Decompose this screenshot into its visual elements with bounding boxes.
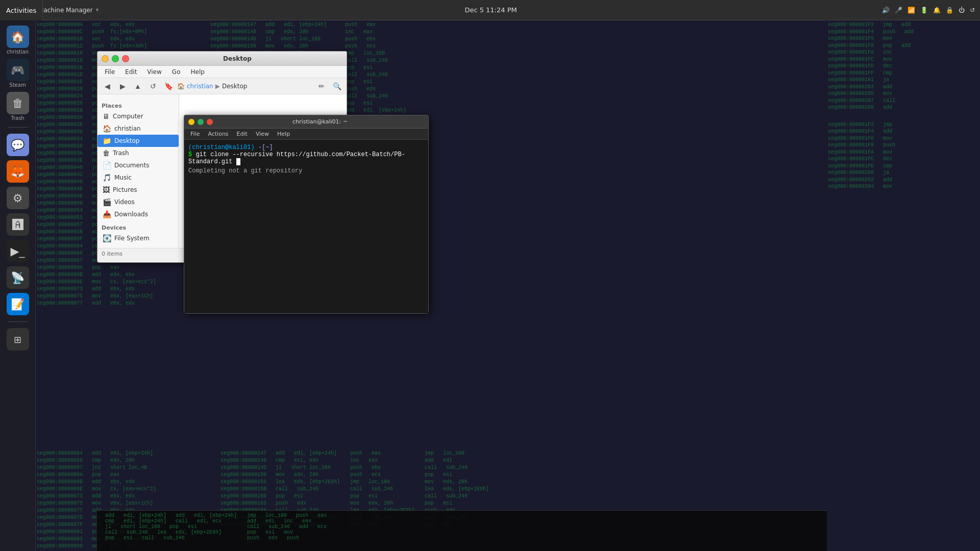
term-command: git clone --recursive https://github.com… — [188, 151, 405, 165]
term-cursor — [236, 158, 240, 165]
fm-bookmark-btn[interactable]: 🔖 — [162, 80, 175, 92]
trash-icon: 🗑 — [103, 149, 110, 157]
fm-path-current: Desktop — [222, 83, 248, 90]
dock-item-terminal[interactable]: ▶_ — [5, 240, 31, 262]
documents-icon: 📄 — [103, 161, 111, 169]
power-icon[interactable]: ⏻ — [959, 7, 965, 14]
term-menubar: File Actions Edit View Help — [184, 129, 428, 140]
fm-sidebar-desktop[interactable]: 📁 Desktop — [97, 135, 179, 147]
dock-item-steam[interactable]: 🎮 Steam — [5, 59, 31, 88]
term-menu-file[interactable]: File — [187, 130, 203, 138]
bottom-terminal-overlay: add edi, [ebp+24h] add edi, [ebp+24h] cm… — [97, 510, 827, 551]
fm-devices-label: Devices — [97, 223, 179, 232]
fm-maximize-btn[interactable] — [112, 55, 119, 62]
lock-icon[interactable]: 🔒 — [946, 7, 953, 14]
fm-edit-path-btn[interactable]: ✏ — [315, 80, 328, 92]
fm-menu-view[interactable]: View — [143, 67, 165, 77]
term-menu-view[interactable]: View — [253, 130, 272, 138]
fm-computer-label: Computer — [113, 113, 143, 120]
term-dollar: $ — [188, 151, 195, 158]
fm-toolbar: ◀ ▶ ▲ ↺ 🔖 🏠 christian ▶ Desktop ✏ 🔍 — [97, 78, 347, 94]
fm-search-btn[interactable]: 🔍 — [330, 80, 344, 92]
fm-menubar: File Edit View Go Help — [97, 66, 347, 78]
dock-firefox-icon: 🦊 — [7, 160, 29, 183]
fm-close-btn[interactable] — [122, 55, 129, 62]
term-close-btn[interactable] — [207, 119, 213, 125]
datetime-label: Dec 5 11:24 PM — [464, 6, 517, 14]
dock-item-vscode[interactable]: 📝 — [5, 293, 31, 315]
fm-up-btn[interactable]: ▲ — [131, 80, 144, 92]
dock-item-home[interactable]: 🏠 christian — [5, 26, 31, 55]
refresh-icon[interactable]: ↺ — [970, 7, 975, 14]
dock-app1-icon: 🅰 — [7, 213, 29, 236]
battery-icon: 🔋 — [920, 7, 928, 14]
fm-path-home[interactable]: christian — [187, 83, 213, 90]
activities-button[interactable]: Activities — [0, 0, 43, 20]
term-line-prompt: (christian@kali01) -[~] — [188, 144, 424, 151]
term-output: Completing not a git repository — [188, 167, 424, 174]
fm-videos-label: Videos — [114, 198, 135, 206]
pictures-icon: 🖼 — [103, 186, 110, 194]
videos-icon: 🎬 — [103, 198, 111, 206]
dock-trash-icon: 🗑 — [7, 92, 29, 114]
dock-item-settings[interactable]: ⚙ — [5, 187, 31, 209]
term-line-command: $ git clone --recursive https://github.c… — [188, 151, 424, 165]
fm-sidebar-pictures[interactable]: 🖼 Pictures — [97, 184, 179, 196]
fm-sidebar-computer[interactable]: 🖥 Computer — [97, 110, 179, 122]
term-prompt-user: (christian@kali01) — [188, 144, 255, 151]
dock-separator — [8, 127, 28, 128]
filesystem-icon: 💽 — [103, 234, 111, 242]
fm-menu-file[interactable]: File — [101, 67, 119, 77]
fm-sidebar-music[interactable]: 🎵 Music — [97, 171, 179, 184]
term-title: christian@kali01: ~ — [216, 118, 424, 125]
dock-terminal-icon: ▶_ — [7, 240, 29, 262]
dock-item-trash[interactable]: 🗑 Trash — [5, 92, 31, 121]
term-menu-actions[interactable]: Actions — [205, 130, 231, 138]
dock-item-network[interactable]: 📡 — [5, 266, 31, 289]
volume-icon[interactable]: 🔊 — [882, 7, 890, 14]
term-minimize-btn[interactable] — [188, 119, 194, 125]
fm-places-label: Places — [97, 102, 179, 110]
notifications-icon[interactable]: 🔔 — [933, 7, 941, 14]
fm-path-sep: ▶ — [215, 83, 220, 90]
fm-sidebar-filesystem[interactable]: 💽 File System — [97, 232, 179, 244]
fm-menu-help[interactable]: Help — [186, 67, 208, 77]
fm-sidebar-videos[interactable]: 🎬 Videos — [97, 196, 179, 208]
dock-vscode-icon: 📝 — [7, 293, 29, 315]
fm-desktop-label: Desktop — [114, 137, 140, 144]
fm-path-home-icon: 🏠 — [177, 83, 185, 90]
dock-item-discord[interactable]: 💬 — [5, 134, 31, 156]
taskbar: Activities 🖥 Virtual Machine Manager ▾ D… — [0, 0, 980, 20]
terminal-window: christian@kali01: ~ File Actions Edit Vi… — [184, 115, 429, 314]
dock-trash-label: Trash — [11, 115, 24, 121]
fm-menu-edit[interactable]: Edit — [121, 67, 141, 77]
dock-grid-icon: ⊞ — [7, 328, 29, 350]
fm-forward-btn[interactable]: ▶ — [116, 80, 129, 92]
fm-title: Desktop — [132, 55, 342, 62]
dock-item-firefox[interactable]: 🦊 — [5, 160, 31, 183]
dock-grid-button[interactable]: ⊞ — [5, 328, 31, 350]
mic-icon[interactable]: 🎤 — [895, 7, 902, 14]
fm-sidebar-christian[interactable]: 🏠 christian — [97, 122, 179, 135]
term-maximize-btn[interactable] — [198, 119, 204, 125]
fm-menu-go[interactable]: Go — [168, 67, 185, 77]
fm-sidebar-documents[interactable]: 📄 Documents — [97, 159, 179, 171]
term-body[interactable]: (christian@kali01) -[~] $ git clone --re… — [184, 140, 428, 313]
fm-sidebar-trash[interactable]: 🗑 Trash — [97, 147, 179, 159]
network-icon[interactable]: 📶 — [908, 7, 915, 14]
fm-pictures-label: Pictures — [113, 186, 137, 193]
term-prompt-path: -[~] — [258, 144, 273, 151]
fm-sidebar-downloads[interactable]: 📥 Downloads — [97, 208, 179, 220]
term-menu-help[interactable]: Help — [274, 130, 293, 138]
dock-discord-icon: 💬 — [7, 134, 29, 156]
dock-item-app1[interactable]: 🅰 — [5, 213, 31, 236]
fm-minimize-btn[interactable] — [102, 55, 109, 62]
dock-settings-icon: ⚙ — [7, 187, 29, 209]
fm-item-count: 0 items — [102, 251, 122, 257]
fm-back-btn[interactable]: ◀ — [101, 80, 114, 92]
dock-steam-label: Steam — [9, 82, 26, 88]
fm-reload-btn[interactable]: ↺ — [146, 80, 160, 92]
dock-home-icon: 🏠 — [7, 26, 29, 48]
term-menu-edit[interactable]: Edit — [234, 130, 251, 138]
dock-network-icon: 📡 — [7, 266, 29, 289]
